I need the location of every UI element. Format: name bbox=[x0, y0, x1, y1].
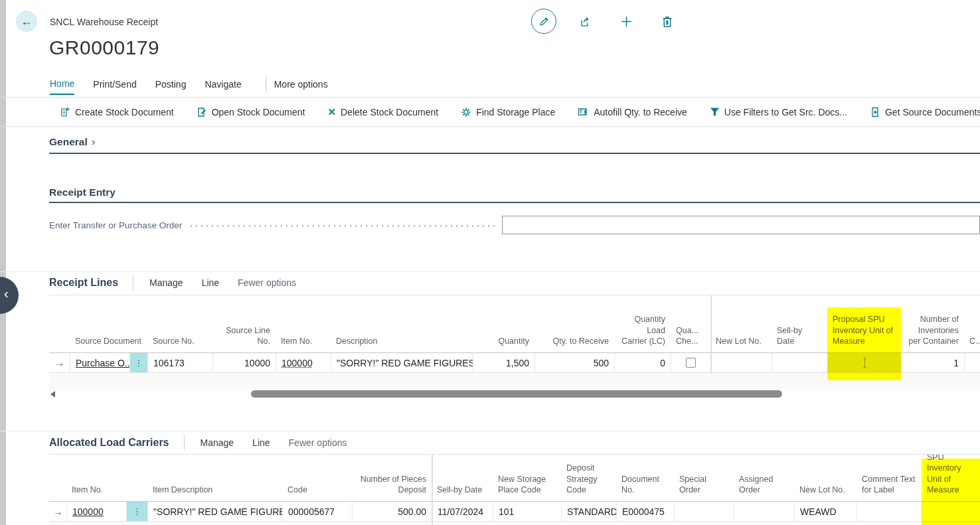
col-new-lot-no[interactable]: New Lot No. bbox=[710, 295, 772, 352]
allocated-load-carriers-title: Allocated Load Carriers bbox=[49, 437, 169, 449]
cell-number-of-pieces-deposit[interactable]: 500.00 bbox=[352, 502, 432, 521]
source-document-link[interactable]: Purchase O... bbox=[76, 358, 129, 368]
cell-sell-by-date[interactable] bbox=[772, 353, 827, 372]
col-new-storage-place-code[interactable]: New Storage Place Code bbox=[493, 455, 561, 501]
col-truncated[interactable]: C... bbox=[964, 295, 980, 352]
col-qty-to-receive[interactable]: Qty. to Receive bbox=[534, 295, 614, 352]
cell-new-lot-no[interactable]: WEAWD bbox=[794, 502, 857, 521]
cell-description[interactable]: "SORRY!" RED GAME FIGURES ... bbox=[331, 353, 473, 372]
cell-comment-text-for-label[interactable] bbox=[857, 502, 922, 521]
open-stock-document-button[interactable]: Open Stock Document bbox=[197, 107, 305, 117]
col-number-of-pieces-deposit[interactable]: Number of Pieces Deposit bbox=[352, 455, 432, 501]
cell-code[interactable]: 000005677 bbox=[282, 502, 352, 521]
col-comment-text-for-label[interactable]: Comment Text for Label bbox=[857, 455, 922, 501]
receipt-lines-grid: Source Document Source No. Source Line N… bbox=[49, 295, 980, 389]
receipt-lines-fewer-options[interactable]: Fewer options bbox=[238, 277, 296, 288]
col-quantity[interactable]: Quantity bbox=[473, 295, 534, 352]
cell-source-line-no[interactable]: 10000 bbox=[212, 353, 276, 372]
tab-navigate[interactable]: Navigate bbox=[204, 79, 241, 94]
col-sell-by-date[interactable]: Sell-by Date bbox=[772, 295, 827, 352]
tab-posting[interactable]: Posting bbox=[155, 79, 187, 94]
get-source-documents-button[interactable]: Get Source Documents… bbox=[870, 107, 980, 117]
cell-qty-to-receive[interactable]: 500 bbox=[534, 353, 614, 372]
cell-new-lot-no[interactable] bbox=[710, 353, 772, 372]
section-underline bbox=[49, 153, 980, 154]
item-no-link[interactable]: 100000 bbox=[282, 358, 313, 368]
section-general[interactable]: General › bbox=[49, 135, 95, 149]
row-options-icon[interactable]: ⋮ bbox=[129, 353, 147, 372]
find-storage-place-button[interactable]: Find Storage Place bbox=[461, 107, 555, 117]
divider bbox=[0, 271, 980, 272]
col-document-no[interactable]: Document No. bbox=[616, 455, 674, 501]
share-button[interactable] bbox=[572, 9, 598, 34]
cell-quantity-load-carrier[interactable]: 0 bbox=[614, 353, 671, 372]
order-field-label: Enter Transfer or Purchase Order bbox=[49, 220, 182, 230]
allocated-line-menu[interactable]: Line bbox=[252, 437, 270, 448]
cell-deposit-strategy-code[interactable]: STANDARD bbox=[561, 502, 616, 521]
edit-button[interactable] bbox=[531, 9, 556, 34]
col-special-order[interactable]: Special Order bbox=[674, 455, 734, 501]
quality-check-checkbox[interactable] bbox=[686, 358, 696, 368]
col-description[interactable]: Description bbox=[331, 295, 473, 352]
col-assigned-order[interactable]: Assigned Order bbox=[734, 455, 794, 501]
back-button[interactable]: ← bbox=[16, 11, 37, 32]
create-stock-document-button[interactable]: Create Stock Document bbox=[60, 107, 174, 117]
receipt-lines-title: Receipt Lines bbox=[49, 277, 118, 289]
document-plus-icon bbox=[60, 107, 70, 117]
cell-sell-by-date[interactable]: 11/07/2024 bbox=[432, 502, 493, 521]
cell-truncated[interactable] bbox=[964, 353, 980, 372]
cell-assigned-order[interactable] bbox=[734, 502, 794, 521]
allocated-fewer-options[interactable]: Fewer options bbox=[289, 437, 347, 448]
col-item-description[interactable]: Item Description bbox=[147, 455, 282, 501]
divider bbox=[0, 126, 980, 127]
cell-source-no[interactable]: 106173 bbox=[147, 353, 212, 372]
tab-home[interactable]: Home bbox=[50, 78, 74, 95]
scroll-left-arrow-icon[interactable] bbox=[50, 391, 55, 398]
order-input[interactable] bbox=[502, 216, 980, 234]
item-no-link[interactable]: 100000 bbox=[72, 506, 104, 517]
proposal-spu-highlight bbox=[922, 459, 980, 525]
more-options-button[interactable]: More options bbox=[274, 79, 328, 94]
tabs-divider bbox=[266, 77, 266, 93]
autofill-qty-button[interactable]: Autofill Qty. to Receive bbox=[578, 107, 687, 117]
col-source-document[interactable]: Source Document bbox=[70, 295, 147, 352]
col-source-line-no[interactable]: Source Line No. bbox=[212, 295, 276, 352]
new-button[interactable] bbox=[613, 9, 639, 34]
collapse-panel-button[interactable]: ‹ bbox=[0, 277, 19, 314]
scrollbar-thumb[interactable] bbox=[251, 390, 782, 398]
cell-inventories-per-container[interactable]: 1 bbox=[901, 353, 964, 372]
cell-quantity[interactable]: 1,500 bbox=[473, 353, 534, 372]
horizontal-scrollbar[interactable] bbox=[49, 390, 980, 399]
cell-new-storage-place-code[interactable]: 101 bbox=[493, 502, 561, 521]
col-item-no[interactable]: Item No. bbox=[66, 455, 147, 501]
col-new-lot-no[interactable]: New Lot No. bbox=[794, 455, 857, 501]
delete-stock-document-button[interactable]: ✕ Delete Stock Document bbox=[327, 106, 438, 118]
allocated-row[interactable]: → 100000 ⋮ "SORRY!" RED GAME FIGURES ...… bbox=[49, 502, 980, 522]
pencil-icon bbox=[538, 16, 550, 27]
col-sell-by-date[interactable]: Sell-by Date bbox=[432, 455, 493, 501]
receipt-lines-manage-menu[interactable]: Manage bbox=[149, 277, 183, 288]
field-leader-dots bbox=[189, 225, 498, 227]
col-quantity-load-carrier[interactable]: Quantity Load Carrier (LC) bbox=[614, 295, 671, 352]
cell-special-order[interactable] bbox=[674, 502, 734, 521]
row-indicator-icon: → bbox=[54, 357, 64, 368]
row-options-icon[interactable]: ⋮ bbox=[126, 502, 147, 521]
receipt-lines-line-menu[interactable]: Line bbox=[202, 277, 219, 288]
use-filters-button[interactable]: Use Filters to Get Src. Docs... bbox=[710, 107, 847, 117]
allocated-manage-menu[interactable]: Manage bbox=[201, 437, 234, 448]
cell-item-description[interactable]: "SORRY!" RED GAME FIGURES ... bbox=[147, 502, 282, 521]
cell-document-no[interactable]: E0000475 bbox=[616, 502, 674, 521]
col-deposit-strategy-code[interactable]: Deposit Strategy Code bbox=[561, 455, 616, 501]
col-item-no[interactable]: Item No. bbox=[276, 295, 331, 352]
proposal-spu-highlight bbox=[827, 307, 901, 380]
x-icon: ✕ bbox=[327, 106, 336, 118]
col-inventories-per-container[interactable]: Number of Inventories per Container bbox=[901, 295, 964, 352]
receipt-lines-header: Receipt Lines Manage Line Fewer options bbox=[49, 275, 315, 291]
delete-button[interactable] bbox=[655, 9, 680, 34]
col-code[interactable]: Code bbox=[282, 455, 352, 501]
back-arrow-icon: ← bbox=[21, 15, 33, 29]
window-edge-strip bbox=[0, 0, 6, 525]
tab-print-send[interactable]: Print/Send bbox=[93, 79, 136, 94]
col-quality-check[interactable]: Qua... Che... bbox=[671, 295, 710, 352]
col-source-no[interactable]: Source No. bbox=[147, 295, 212, 352]
